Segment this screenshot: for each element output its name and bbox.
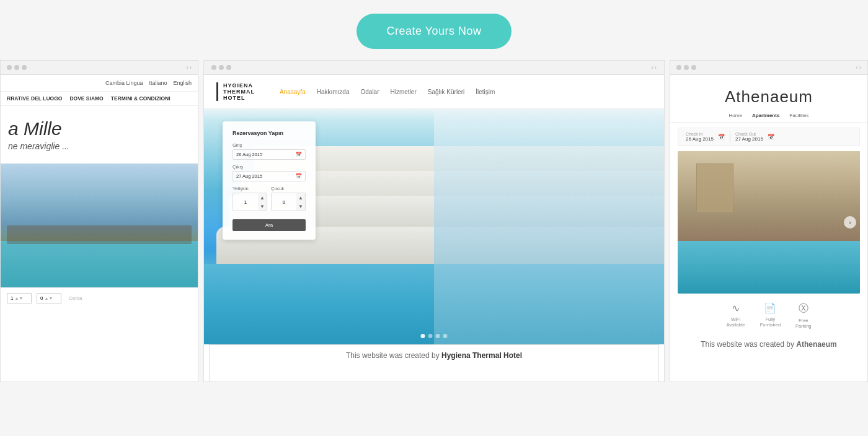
- dot-4[interactable]: [443, 334, 448, 338]
- browser-bar-left: ‹ ›: [1, 61, 198, 75]
- left-lang-nav: Cambia Lingua Italiano English: [1, 75, 198, 92]
- left-number-input-1[interactable]: 1▲▼: [7, 293, 32, 303]
- pool-water: [678, 241, 860, 294]
- logo-line1: HYGIENA: [223, 82, 253, 89]
- dot-1[interactable]: [421, 334, 425, 338]
- browser-dot-2: [14, 65, 19, 70]
- left-main-nav: RRATIVE DEL LUOGO DOVE SIAMO TERMINI & C…: [1, 92, 198, 106]
- parking-icon: Ⓧ: [799, 302, 808, 315]
- right-dot-1: [676, 65, 681, 70]
- right-caption-prefix: This website was created by: [701, 340, 794, 349]
- amenity-parking: Ⓧ FreeParking: [795, 302, 811, 329]
- center-nav: Anasayfa Hakkımızda Odalar Hizmetler Sağ…: [280, 89, 495, 95]
- calendar-icon-2: 📅: [296, 173, 302, 179]
- left-nav-item-2[interactable]: DOVE SIAMO: [69, 95, 103, 102]
- browser-bar-right: ‹ ›: [670, 61, 867, 75]
- left-hero-image: [1, 164, 198, 287]
- preview-center: ‹ › HYGIENA THERMAL HOTEL Anasayfa Hakkı…: [203, 60, 665, 382]
- checkout-value: 27 Aug 2015: [236, 173, 262, 179]
- right-checkin-field: Check In 26 Aug 2015 📅: [686, 132, 725, 142]
- checkout-group: Çıkış 27 Aug 2015 📅: [232, 164, 306, 181]
- center-nav-hizmetler[interactable]: Hizmetler: [391, 89, 417, 95]
- athenaeum-image: ›: [678, 151, 860, 294]
- center-hero: Rezervasyon Yapın Giriş 26 Aug 2015 📅 Çı…: [204, 109, 664, 344]
- checkout-label: Çıkış: [232, 164, 306, 170]
- adults-stepper[interactable]: 1 ▲ ▼: [232, 193, 267, 211]
- right-dot-2: [684, 65, 689, 70]
- center-dot-2: [219, 65, 224, 70]
- adults-decrement[interactable]: ▼: [258, 202, 267, 211]
- center-nav-saglik[interactable]: Sağlık Kürleri: [428, 89, 464, 95]
- parking-label: FreeParking: [795, 318, 811, 329]
- left-number-input-2[interactable]: 0▲▼: [37, 293, 61, 303]
- left-footer: 1▲▼ 0▲▼ Cerca: [1, 287, 198, 308]
- athenaeum-nav-home[interactable]: Home: [729, 113, 742, 118]
- create-now-button[interactable]: Create Yours Now: [356, 14, 511, 49]
- center-dot-1: [211, 65, 216, 70]
- center-nav-anasayfa[interactable]: Anasayfa: [280, 89, 306, 95]
- pool-deck: [7, 225, 192, 244]
- left-search-label: Cerca: [69, 295, 82, 301]
- furnished-label: FullyFurnished: [760, 316, 781, 328]
- right-browser-nav: ‹ ›: [856, 64, 862, 71]
- lang-option-3[interactable]: English: [173, 80, 192, 86]
- left-nav-item-3[interactable]: TERMINI & CONDIZIONI: [111, 95, 170, 102]
- divider: [730, 131, 730, 143]
- athenaeum-nav: Home Apartments Facilities: [670, 113, 867, 123]
- browser-nav-left: ‹ ›: [187, 64, 192, 71]
- image-nav-arrow[interactable]: ›: [844, 216, 856, 229]
- center-nav-iletisim[interactable]: İletişim: [476, 89, 495, 95]
- lang-option-1[interactable]: Cambia Lingua: [105, 80, 143, 86]
- right-calendar-icon-2: 📅: [768, 134, 774, 140]
- dot-2[interactable]: [428, 334, 433, 338]
- center-browser-nav: ‹ ›: [652, 64, 657, 71]
- right-dot-3: [691, 65, 696, 70]
- children-col: Çocuk 0 ▲ ▼: [271, 186, 306, 211]
- adults-label: Yetişkin: [232, 186, 267, 191]
- pool-water: [1, 241, 198, 287]
- children-value: 0: [272, 199, 296, 205]
- center-nav-odalar[interactable]: Odalar: [361, 89, 379, 95]
- dot-3[interactable]: [436, 334, 440, 338]
- children-increment[interactable]: ▲: [296, 193, 305, 202]
- right-checkout-label: Check Out: [735, 132, 763, 136]
- athenaeum-nav-facilities[interactable]: Facilities: [789, 113, 808, 118]
- logo-line3: HOTEL: [223, 95, 246, 101]
- checkin-label: Giriş: [232, 142, 306, 148]
- cta-section: Create Yours Now: [0, 0, 868, 60]
- amenity-wifi: ∿ WiFiAvailable: [726, 302, 745, 329]
- right-calendar-icon: 📅: [718, 134, 725, 140]
- preview-right: ‹ › Athenaeum Home Apartments Facilities…: [670, 60, 868, 382]
- furniture-icon: 📄: [764, 302, 776, 314]
- children-label: Çocuk: [271, 186, 306, 191]
- right-checkin-label: Check In: [686, 132, 714, 136]
- lang-option-2[interactable]: Italiano: [149, 80, 167, 86]
- children-decrement[interactable]: ▼: [296, 202, 305, 211]
- water-reflection: [434, 109, 664, 344]
- browser-dot-3: [22, 65, 27, 70]
- checkout-input[interactable]: 27 Aug 2015 📅: [232, 171, 306, 181]
- checkin-group: Giriş 26 Aug 2015 📅: [232, 142, 306, 160]
- right-checkin-value: 26 Aug 2015: [686, 136, 714, 142]
- children-stepper[interactable]: 0 ▲ ▼: [271, 193, 306, 211]
- checkin-value: 26 Aug 2015: [236, 152, 262, 157]
- right-caption-name: Athenaeum: [796, 340, 836, 349]
- browser-bar-center: ‹ ›: [204, 61, 664, 75]
- previews-section: ‹ › Cambia Lingua Italiano English RRATI…: [0, 60, 868, 382]
- center-nav-hakkimizda[interactable]: Hakkımızda: [317, 89, 350, 95]
- search-button[interactable]: Ara: [232, 219, 306, 231]
- booking-row: Check In 26 Aug 2015 📅 Check Out 27 Aug …: [678, 128, 860, 146]
- left-nav-item-1[interactable]: RRATIVE DEL LUOGO: [7, 95, 62, 102]
- logo-line2: THERMAL: [223, 89, 255, 95]
- guests-group: Yetişkin 1 ▲ ▼ Çocuk 0: [232, 186, 306, 211]
- center-caption: This website was created by Hygiena Ther…: [209, 344, 659, 382]
- right-checkout-field: Check Out 27 Aug 2015 📅: [735, 132, 774, 142]
- athenaeum-nav-apartments[interactable]: Apartments: [752, 113, 779, 118]
- hotel-logo: HYGIENA THERMAL HOTEL: [216, 82, 255, 101]
- preview-left: ‹ › Cambia Lingua Italiano English RRATI…: [0, 60, 198, 382]
- adults-increment[interactable]: ▲: [258, 193, 267, 202]
- center-caption-prefix: This website was created by: [346, 351, 440, 360]
- left-hero-subtitle: ne meraviglie ...: [8, 141, 190, 151]
- checkin-input[interactable]: 26 Aug 2015 📅: [232, 149, 306, 160]
- browser-dot-1: [7, 65, 12, 70]
